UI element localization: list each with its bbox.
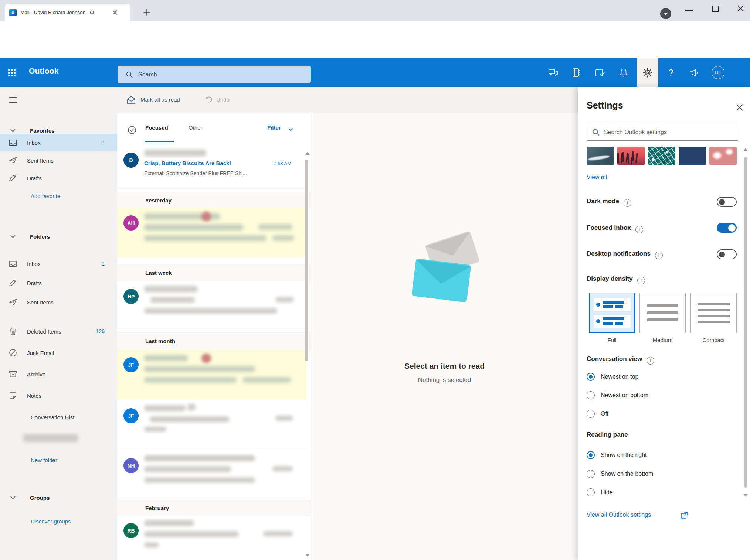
settings-search-placeholder: Search Outlook settings (604, 129, 667, 136)
outlook-brand[interactable]: Outlook (29, 66, 59, 75)
settings-search-input[interactable]: Search Outlook settings (587, 124, 738, 141)
focused-inbox-toggle[interactable] (717, 223, 737, 233)
pencil-icon (9, 279, 17, 287)
settings-scrollbar[interactable] (744, 157, 747, 488)
folders-header[interactable]: Folders (0, 228, 117, 245)
unread-count: 1 (102, 140, 105, 146)
chevron-down-icon[interactable] (288, 128, 293, 131)
redacted-subject (150, 416, 229, 422)
pencil-icon (9, 174, 17, 182)
mark-all-read-button[interactable]: Mark all as read (140, 96, 180, 103)
add-favorite-link[interactable]: Add favorite (0, 187, 117, 205)
radio-newest-on-top[interactable]: Newest on top (587, 369, 638, 385)
feedback-megaphone-button[interactable] (683, 58, 705, 87)
density-option-medium[interactable] (639, 293, 686, 333)
block-icon (9, 349, 17, 357)
trash-icon (9, 327, 17, 335)
redacted-sender (144, 355, 188, 361)
sidebar-item-deleted[interactable]: Deleted Items 126 (0, 322, 117, 340)
sidebar-item-notes[interactable]: Notes (0, 387, 117, 404)
view-all-settings-link[interactable]: View all Outlook settings (587, 512, 651, 518)
search-input[interactable]: Search (118, 66, 311, 83)
redacted-preview (144, 235, 266, 241)
sidebar-item-conversation-history[interactable]: Conversation Hist... (0, 408, 117, 426)
tab-focused[interactable]: Focused (145, 124, 168, 131)
theme-thumbnail-ocean-wave[interactable] (587, 147, 614, 165)
sidebar-item-redacted[interactable] (0, 430, 117, 447)
outlook-header: Outlook Search ? DJ (0, 58, 750, 87)
account-avatar[interactable]: DJ (707, 58, 729, 87)
redacted-sender (144, 455, 255, 461)
onenote-feed-button[interactable] (565, 58, 587, 87)
radio-show-right[interactable]: Show on the right (587, 447, 647, 463)
empty-state-title: Select an item to read (311, 362, 578, 371)
radio-conversation-off[interactable]: Off (587, 406, 608, 422)
envelopes-illustration (407, 228, 484, 305)
sidebar-item-sent-favorite[interactable]: Sent Items (0, 151, 117, 169)
undo-button[interactable]: Undo (216, 96, 230, 103)
density-option-full[interactable] (589, 293, 635, 333)
sidebar-item-inbox[interactable]: Inbox 1 (0, 255, 117, 273)
theme-thumbnail-teal-circuit[interactable] (648, 147, 675, 165)
list-item[interactable]: NH (117, 451, 306, 499)
theme-thumbnail-navy-arcs[interactable] (679, 147, 706, 165)
sidebar-item-inbox-favorite[interactable]: Inbox 1 (0, 134, 117, 151)
discover-groups-link[interactable]: Discover groups (0, 512, 117, 530)
close-icon[interactable] (736, 104, 743, 111)
window-maximize-button[interactable] (712, 6, 719, 12)
groups-header[interactable]: Groups (0, 489, 117, 506)
list-item[interactable]: RB (117, 516, 306, 560)
filter-button[interactable]: Filter (267, 124, 281, 131)
list-item-pinned[interactable]: AH (117, 208, 306, 257)
send-icon (9, 298, 17, 306)
tab-close-icon[interactable] (112, 10, 118, 15)
list-item[interactable]: JF (117, 401, 306, 449)
sidebar-item-sent[interactable]: Sent Items (0, 293, 117, 311)
chat-button[interactable] (543, 58, 564, 87)
dark-mode-toggle[interactable] (717, 197, 737, 207)
browser-tab[interactable]: o Mail - David Richard Johnson - O (5, 4, 130, 21)
list-item[interactable]: D Crisp, Buttery Biscuits Are Back! 7:53… (117, 145, 306, 189)
list-scrollbar[interactable] (305, 160, 308, 361)
sidebar-item-archive[interactable]: Archive (0, 365, 117, 383)
help-button[interactable]: ? (660, 58, 682, 87)
sidebar-item-junk[interactable]: Junk Email (0, 344, 117, 362)
info-icon[interactable]: i (635, 226, 643, 233)
tab-other[interactable]: Other (189, 124, 203, 131)
info-icon[interactable]: i (624, 199, 631, 207)
theme-thumbnail-palm-sunset[interactable] (617, 147, 645, 165)
scroll-up-arrow[interactable] (305, 152, 310, 155)
window-minimize-button[interactable] (685, 10, 693, 11)
notifications-bell-button[interactable] (613, 58, 634, 87)
redacted-subject (144, 366, 255, 372)
tab-list-dropdown[interactable] (660, 8, 671, 19)
theme-thumbnail-red-glow[interactable] (709, 147, 737, 165)
scroll-up-arrow[interactable] (743, 148, 748, 151)
collapse-sidebar-icon[interactable] (9, 97, 17, 103)
redacted-preview (144, 542, 159, 547)
radio-hide[interactable]: Hide (587, 484, 613, 501)
list-item[interactable]: HP (117, 281, 306, 329)
archive-icon (9, 371, 17, 378)
info-icon[interactable]: i (647, 357, 654, 365)
view-all-themes-link[interactable]: View all (587, 174, 607, 181)
scroll-down-arrow[interactable] (743, 494, 748, 497)
app-launcher-icon[interactable] (7, 68, 16, 77)
info-icon[interactable]: i (655, 252, 663, 259)
sidebar-item-drafts[interactable]: Drafts (0, 274, 117, 292)
desktop-notifications-toggle[interactable] (717, 249, 737, 259)
info-icon[interactable]: i (637, 277, 645, 284)
new-folder-link[interactable]: New folder (0, 451, 117, 469)
radio-newest-on-bottom[interactable]: Newest on bottom (587, 387, 648, 403)
radio-show-bottom[interactable]: Show on the bottom (587, 466, 653, 482)
scroll-down-arrow[interactable] (305, 554, 310, 557)
list-item-pinned[interactable]: JF (117, 350, 306, 399)
new-tab-button[interactable] (143, 9, 150, 16)
settings-gear-button[interactable] (637, 58, 658, 87)
my-day-button[interactable] (589, 58, 611, 87)
window-close-button[interactable] (737, 5, 744, 12)
sidebar-item-drafts-favorite[interactable]: Drafts (0, 169, 117, 187)
select-all-icon[interactable] (128, 126, 136, 134)
radio-icon (587, 391, 595, 399)
density-option-compact[interactable] (690, 293, 737, 333)
